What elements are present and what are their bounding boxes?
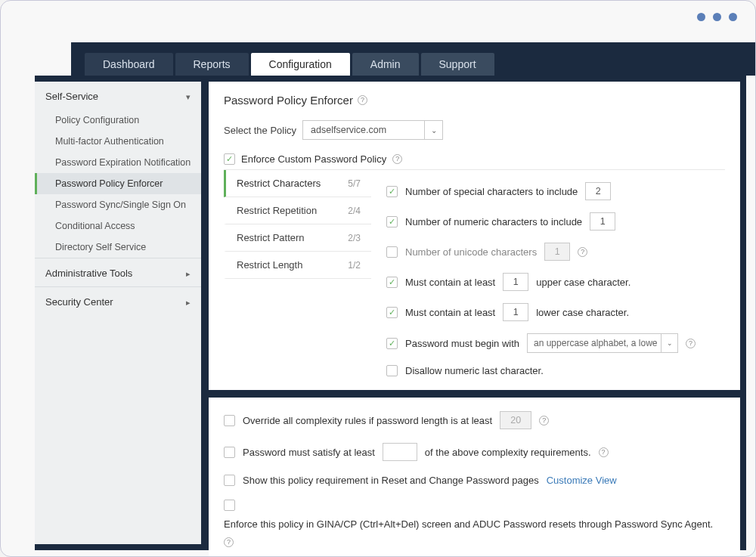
override-length-row: Override all complexity rules if passwor… — [224, 411, 725, 429]
rule-tab-restrict-length[interactable]: Restrict Length 1/2 — [224, 252, 371, 279]
sidebar-item-password-policy-enforcer[interactable]: Password Policy Enforcer — [35, 173, 201, 194]
tab-admin[interactable]: Admin — [352, 53, 419, 76]
rule-value-input[interactable] — [503, 303, 528, 321]
rule-content: Number of special characters to include … — [386, 170, 725, 376]
help-icon[interactable]: ? — [224, 537, 234, 547]
rule-value-input — [544, 243, 570, 261]
sidebar-group-label: Security Center — [45, 296, 113, 308]
sidebar-group-security-center[interactable]: Security Center — [35, 286, 201, 315]
app-body: Self-Service Policy Configuration Multi-… — [35, 76, 746, 550]
rule-tab-count: 2/4 — [348, 206, 361, 216]
chevron-down-icon[interactable]: ⌄ — [424, 121, 442, 139]
satisfy-checkbox[interactable] — [224, 447, 235, 458]
tab-reports[interactable]: Reports — [175, 53, 249, 76]
rule-value-input[interactable] — [585, 182, 611, 200]
override-length-input — [500, 411, 531, 429]
window-dot — [713, 13, 721, 21]
rule-label: Number of special characters to include — [405, 186, 578, 197]
select-policy-label: Select the Policy — [224, 125, 296, 136]
sidebar-group-admin-tools[interactable]: Administrative Tools — [35, 258, 201, 286]
help-icon[interactable]: ? — [358, 95, 367, 105]
help-icon[interactable]: ? — [599, 447, 609, 457]
browser-window-dots — [697, 13, 737, 21]
rule-tab-restrict-pattern[interactable]: Restrict Pattern 2/3 — [224, 224, 371, 252]
rule-checkbox[interactable] — [386, 186, 398, 197]
rule-tab-count: 2/3 — [348, 233, 361, 243]
enforce-gina-row: Enforce this policy in GINA/CP (Ctrl+Alt… — [224, 500, 725, 547]
rule-begin-with: Password must begin with an uppercase al… — [386, 333, 725, 353]
rule-checkbox[interactable] — [386, 338, 398, 349]
rule-disallow-numeric-last: Disallow numeric last character. — [386, 365, 725, 376]
rule-label: Number of unicode characters — [405, 246, 537, 258]
override-checkbox[interactable] — [224, 415, 235, 426]
rule-numeric-chars: Number of numeric characters to include — [386, 212, 725, 231]
rule-label: Password must begin with — [405, 338, 519, 349]
policy-select-value: adselfservice.com — [303, 125, 424, 135]
rule-label-post: upper case character. — [536, 277, 631, 288]
window-dot — [697, 13, 705, 21]
help-icon[interactable]: ? — [392, 154, 402, 164]
rule-checkbox[interactable] — [386, 216, 398, 227]
satisfy-at-least-row: Password must satisfy at least of the ab… — [224, 443, 725, 461]
rule-tab-label: Restrict Pattern — [237, 232, 305, 243]
override-label: Override all complexity rules if passwor… — [243, 415, 492, 426]
rule-label-post: lower case character. — [536, 307, 629, 318]
policy-select[interactable]: adselfservice.com ⌄ — [302, 120, 443, 140]
browser-frame: Dashboard Reports Configuration Admin Su… — [0, 0, 756, 557]
rule-special-chars: Number of special characters to include — [386, 182, 725, 200]
rule-unicode-chars: Number of unicode characters ? — [386, 243, 725, 261]
rule-checkbox[interactable] — [386, 307, 398, 318]
tab-dashboard[interactable]: Dashboard — [85, 53, 173, 76]
rule-value-input[interactable] — [503, 273, 528, 291]
sidebar-item-conditional-access[interactable]: Conditional Access — [35, 215, 201, 237]
sidebar-item-directory-self-service[interactable]: Directory Self Service — [35, 237, 201, 258]
show-req-checkbox[interactable] — [224, 475, 235, 486]
satisfy-label-pre: Password must satisfy at least — [243, 447, 375, 458]
help-icon[interactable]: ? — [578, 247, 587, 257]
page-title-row: Password Policy Enforcer ? — [224, 94, 725, 107]
tab-support[interactable]: Support — [421, 53, 494, 76]
begin-with-value: an uppercase alphabet, a lowe — [528, 338, 661, 348]
rule-label-pre: Must contain at least — [405, 277, 495, 288]
sidebar-item-policy-configuration[interactable]: Policy Configuration — [35, 110, 201, 131]
rule-label-pre: Must contain at least — [405, 307, 495, 318]
rule-checkbox[interactable] — [386, 365, 398, 376]
tab-configuration[interactable]: Configuration — [251, 53, 350, 76]
satisfy-label-post: of the above complexity requirements. — [425, 447, 591, 458]
chevron-right-icon — [186, 296, 191, 308]
rule-tab-count: 5/7 — [348, 178, 361, 189]
rule-tab-restrict-repetition[interactable]: Restrict Repetition 2/4 — [224, 197, 371, 224]
chevron-down-icon — [186, 91, 191, 102]
begin-with-select[interactable]: an uppercase alphabet, a lowe ⌄ — [527, 333, 678, 353]
enforce-checkbox[interactable] — [224, 153, 235, 165]
chevron-down-icon[interactable]: ⌄ — [661, 334, 677, 352]
policy-panel: Password Policy Enforcer ? Select the Po… — [209, 82, 740, 390]
app-header: Dashboard Reports Configuration Admin Su… — [71, 42, 755, 76]
sidebar-group-self-service[interactable]: Self-Service — [35, 82, 201, 110]
gina-checkbox[interactable] — [224, 500, 235, 511]
sidebar-item-mfa[interactable]: Multi-factor Authentication — [35, 131, 201, 152]
rule-tab-label: Restrict Length — [237, 259, 302, 271]
rule-uppercase: Must contain at least upper case charact… — [386, 273, 725, 291]
rule-checkbox[interactable] — [386, 277, 398, 288]
customize-view-link[interactable]: Customize View — [547, 475, 617, 486]
help-icon[interactable]: ? — [686, 339, 696, 348]
chevron-right-icon — [186, 268, 191, 279]
help-icon[interactable]: ? — [539, 416, 549, 425]
sidebar-item-password-sync[interactable]: Password Sync/Single Sign On — [35, 194, 201, 215]
rule-value-input[interactable] — [590, 212, 615, 231]
rule-checkbox[interactable] — [386, 246, 398, 258]
window-dot — [729, 13, 737, 21]
main-content: Password Policy Enforcer ? Select the Po… — [209, 82, 740, 544]
enforce-row: Enforce Custom Password Policy ? — [224, 153, 725, 165]
sidebar-item-password-expiration[interactable]: Password Expiration Notification — [35, 152, 201, 173]
rule-label: Number of numeric characters to include — [405, 216, 582, 227]
enforce-label: Enforce Custom Password Policy — [241, 153, 386, 165]
sidebar-group-label: Self-Service — [45, 91, 98, 102]
rule-tab-restrict-characters[interactable]: Restrict Characters 5/7 — [224, 170, 371, 197]
rules-area: Restrict Characters 5/7 Restrict Repetit… — [224, 169, 725, 376]
satisfy-count-input[interactable] — [383, 443, 417, 461]
rule-tab-label: Restrict Characters — [237, 178, 321, 189]
rule-lowercase: Must contain at least lower case charact… — [386, 303, 725, 321]
show-requirement-row: Show this policy requirement in Reset an… — [224, 475, 725, 486]
